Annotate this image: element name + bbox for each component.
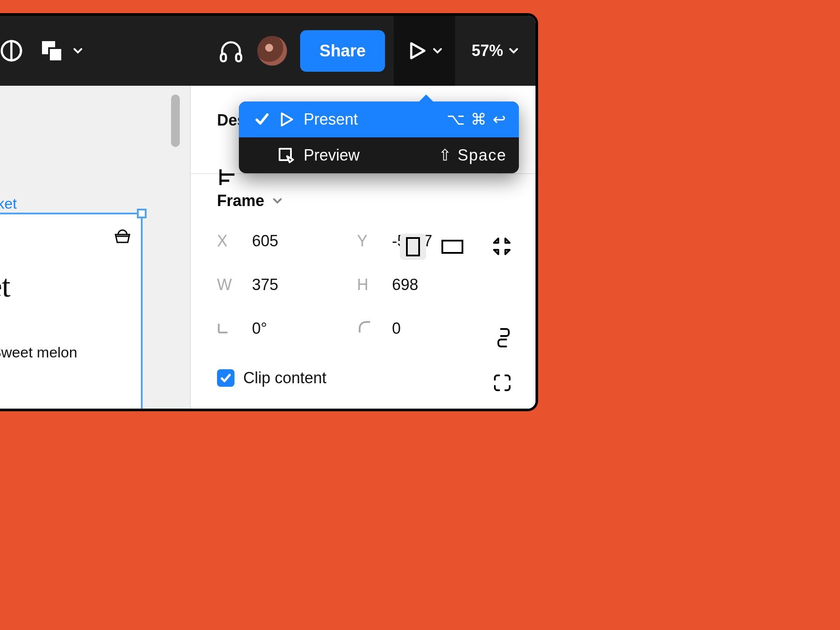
- user-avatar[interactable]: [257, 36, 287, 66]
- clip-content-label: Clip content: [243, 369, 326, 387]
- chevron-down-icon[interactable]: [272, 196, 283, 206]
- dropdown-item-label: Present: [299, 110, 447, 129]
- preview-icon: [273, 147, 299, 164]
- x-label: X: [217, 232, 234, 250]
- corner-radius-icon: [357, 319, 374, 338]
- svg-rect-3: [221, 54, 226, 61]
- independent-corners-icon[interactable]: [493, 374, 511, 394]
- corner-radius-input[interactable]: 0: [392, 319, 480, 338]
- resize-to-fit-icon[interactable]: [492, 237, 511, 258]
- resize-handle[interactable]: [137, 209, 147, 218]
- half-circle-icon[interactable]: [0, 38, 24, 64]
- link-dimensions-icon[interactable]: [496, 327, 511, 350]
- chevron-down-icon: [73, 46, 83, 56]
- product-name: imson Sweet melon: [0, 344, 132, 361]
- chevron-down-icon: [508, 46, 519, 56]
- frame-section-title[interactable]: Frame: [217, 192, 264, 210]
- top-toolbar: Share 57%: [0, 16, 536, 86]
- frame-header: d Peas: [0, 214, 141, 256]
- present-dropdown: Present ⌥ ⌘ ↩ Preview ⇧ Space: [239, 102, 519, 173]
- dropdown-item-shortcut: ⌥ ⌘ ↩: [447, 110, 507, 129]
- headphones-icon[interactable]: [218, 38, 244, 64]
- canvas[interactable]: sket d Peas asket imson Sweet melon .89/…: [0, 86, 191, 409]
- play-icon: [406, 40, 428, 62]
- svg-rect-10: [442, 241, 462, 253]
- scrollbar[interactable]: [171, 94, 180, 147]
- frame-name-label[interactable]: sket: [0, 195, 17, 212]
- frame-title: asket: [0, 256, 141, 304]
- orientation-landscape-button[interactable]: [439, 234, 466, 260]
- app-window: Share 57% sket d Peas: [0, 13, 538, 411]
- selected-frame[interactable]: d Peas asket imson Sweet melon .89/lb: [0, 213, 143, 411]
- present-button[interactable]: [394, 16, 455, 86]
- share-button[interactable]: Share: [300, 30, 385, 72]
- orientation-portrait-button[interactable]: [400, 234, 426, 260]
- dropdown-item-label: Preview: [299, 146, 438, 164]
- svg-rect-2: [49, 48, 62, 61]
- h-label: H: [357, 276, 374, 294]
- h-input[interactable]: 698: [392, 276, 480, 294]
- basket-icon: [113, 226, 132, 245]
- rotation-icon: [217, 319, 234, 338]
- x-input[interactable]: 605: [252, 232, 340, 250]
- play-icon: [273, 111, 299, 128]
- svg-rect-4: [236, 54, 242, 61]
- zoom-control[interactable]: 57%: [464, 42, 527, 60]
- product-price: .89/lb: [0, 366, 132, 383]
- w-label: W: [217, 276, 234, 294]
- w-input[interactable]: 375: [252, 276, 340, 294]
- frame-section: Frame: [191, 174, 536, 387]
- dropdown-item-shortcut: ⇧ Space: [438, 146, 507, 164]
- clip-content-checkbox[interactable]: [217, 369, 234, 387]
- check-icon: [251, 112, 273, 127]
- product-row: imson Sweet melon .89/lb: [0, 304, 141, 383]
- rotation-input[interactable]: 0°: [252, 319, 340, 338]
- y-label: Y: [357, 232, 374, 250]
- align-left-icon[interactable]: [217, 167, 238, 189]
- svg-rect-9: [407, 238, 419, 256]
- shapes-tool[interactable]: [39, 38, 83, 64]
- chevron-down-icon: [432, 46, 443, 56]
- zoom-value: 57%: [472, 42, 503, 60]
- dropdown-item-preview[interactable]: Preview ⇧ Space: [239, 137, 519, 173]
- dropdown-item-present[interactable]: Present ⌥ ⌘ ↩: [239, 102, 519, 137]
